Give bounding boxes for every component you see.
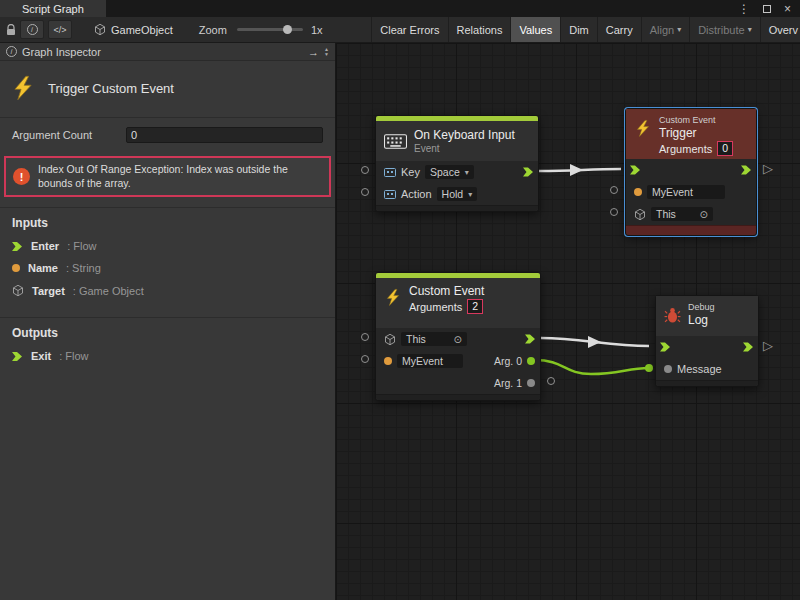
string-dot-icon: [634, 188, 642, 196]
argument-count-row: Argument Count: [0, 118, 335, 152]
arg1-label: Arg. 1: [494, 377, 522, 389]
node-body: Message: [656, 336, 758, 380]
info-icon: i: [6, 46, 17, 57]
argument-count-input[interactable]: [126, 127, 323, 143]
error-message-box: ! Index Out Of Range Exception: Index wa…: [4, 156, 331, 197]
port-name: Enter: [31, 240, 59, 252]
inspector-header: i Graph Inspector → ▲ ▼: [0, 43, 335, 61]
distribute-button[interactable]: Distribute▾: [689, 17, 759, 42]
event-name-value: MyEvent: [652, 186, 693, 198]
action-port-row: Action Hold▾: [376, 183, 538, 205]
argument-count-label: Argument Count: [12, 129, 118, 141]
flow-arrow-icon: [12, 241, 23, 252]
action-label: Action: [401, 188, 432, 200]
overview-button[interactable]: Overv: [760, 17, 800, 42]
key-input-port-circle[interactable]: [361, 166, 369, 174]
wire-keyboard-to-trigger: [539, 169, 621, 171]
port-type: : Flow: [59, 350, 88, 362]
action-port-icon: [384, 190, 396, 199]
flow-out-port[interactable]: [741, 165, 752, 176]
scroll-down-icon: ▼: [324, 52, 329, 57]
trigger-target-port-circle[interactable]: [610, 208, 618, 216]
button-label: Distribute: [698, 24, 744, 36]
align-button[interactable]: Align▾: [641, 17, 689, 42]
info-button[interactable]: i: [20, 20, 44, 39]
code-button[interactable]: </>: [48, 20, 72, 39]
arg0-label: Arg. 0: [494, 355, 522, 367]
flow-out-port[interactable]: [743, 342, 754, 353]
output-row-exit: Exit : Flow: [12, 350, 323, 362]
continue-arrow-icon[interactable]: ▷: [763, 339, 773, 352]
node-trigger-custom-event[interactable]: Custom Event Trigger Arguments0 MyEvent …: [625, 108, 757, 236]
tab-script-graph[interactable]: Script Graph: [0, 0, 106, 17]
dim-button[interactable]: Dim: [560, 17, 597, 42]
wire-arrowhead: [570, 164, 583, 176]
trigger-name-port-circle[interactable]: [610, 186, 618, 194]
action-value: Hold: [442, 188, 464, 200]
flow-in-port[interactable]: [660, 342, 671, 353]
node-header: Custom Event Arguments2: [376, 278, 540, 328]
continue-arrow-icon[interactable]: ▷: [763, 162, 773, 175]
lock-icon[interactable]: [6, 24, 16, 36]
arguments-count-badge[interactable]: 0: [717, 141, 733, 156]
tab-label: Script Graph: [22, 3, 84, 15]
outputs-heading: Outputs: [12, 326, 323, 340]
node-custom-event-arguments[interactable]: Custom Event Arguments2 This⊙ MyEvent Ar…: [375, 272, 541, 401]
arg1-out-port[interactable]: [527, 379, 535, 387]
maximize-icon[interactable]: [763, 2, 771, 16]
lightning-bolt-icon: [10, 73, 36, 103]
values-button[interactable]: Values: [510, 17, 560, 42]
event-name-field[interactable]: MyEvent: [397, 354, 463, 368]
clear-errors-button[interactable]: Clear Errors: [371, 17, 447, 42]
key-value: Space: [430, 166, 460, 178]
object-picker-icon[interactable]: ⊙: [454, 334, 462, 345]
carry-button[interactable]: Carry: [597, 17, 641, 42]
panel-scroll-arrows[interactable]: ▲ ▼: [324, 47, 329, 57]
graph-canvas[interactable]: On Keyboard Input Event Key Space▾ Actio…: [336, 43, 800, 600]
node-title: Trigger: [659, 126, 733, 140]
target-object-field[interactable]: This⊙: [401, 332, 467, 346]
arguments-target-port-circle[interactable]: [361, 333, 369, 341]
arg0-out-port[interactable]: [527, 357, 535, 365]
event-name-row: MyEvent: [626, 181, 756, 203]
flow-in-port[interactable]: [630, 165, 641, 176]
dock-icon[interactable]: →: [308, 46, 319, 58]
window-controls: ⋮ ×: [738, 0, 800, 17]
inputs-heading: Inputs: [12, 216, 323, 230]
action-dropdown[interactable]: Hold▾: [437, 187, 478, 201]
gameobject-selector[interactable]: GameObject: [94, 23, 173, 36]
outputs-section: Outputs Exit : Flow: [0, 318, 335, 382]
message-port-dot[interactable]: [664, 365, 672, 373]
object-picker-icon[interactable]: ⊙: [700, 209, 708, 220]
arguments-name-port-circle[interactable]: [361, 355, 369, 363]
node-debug-log[interactable]: Debug Log Message: [655, 295, 759, 387]
code-icon: </>: [53, 25, 66, 35]
flow-out-port[interactable]: [523, 167, 534, 178]
input-row-enter: Enter : Flow: [12, 240, 323, 252]
key-port-icon: [384, 168, 396, 177]
zoom-slider-knob[interactable]: [283, 25, 292, 34]
close-icon[interactable]: ×: [784, 2, 791, 16]
node-header: On Keyboard Input Event: [376, 121, 538, 161]
arguments-count-badge[interactable]: 2: [467, 299, 483, 314]
target-object-field[interactable]: This⊙: [651, 207, 713, 221]
arg1-port-circle[interactable]: [547, 377, 555, 385]
menu-icon[interactable]: ⋮: [738, 2, 750, 16]
target-value: This: [656, 208, 676, 220]
action-input-port-circle[interactable]: [361, 188, 369, 196]
zoom-slider[interactable]: [237, 28, 303, 31]
key-dropdown[interactable]: Space▾: [425, 165, 474, 179]
event-name-field[interactable]: MyEvent: [647, 185, 725, 199]
gameobject-cube-icon: [634, 208, 646, 221]
relations-button[interactable]: Relations: [448, 17, 511, 42]
flow-out-port[interactable]: [525, 334, 536, 345]
node-title: Log: [688, 313, 715, 327]
string-dot-icon: [384, 357, 392, 365]
event-name-row: MyEvent Arg. 0: [376, 350, 540, 372]
key-port-row: Key Space▾: [376, 161, 538, 183]
inputs-section: Inputs Enter : Flow Name : String Target…: [0, 208, 335, 317]
error-footer-bar: [626, 225, 756, 235]
port-name: Exit: [31, 350, 51, 362]
chevron-down-icon: ▾: [465, 168, 469, 177]
node-on-keyboard-input[interactable]: On Keyboard Input Event Key Space▾ Actio…: [375, 115, 539, 212]
